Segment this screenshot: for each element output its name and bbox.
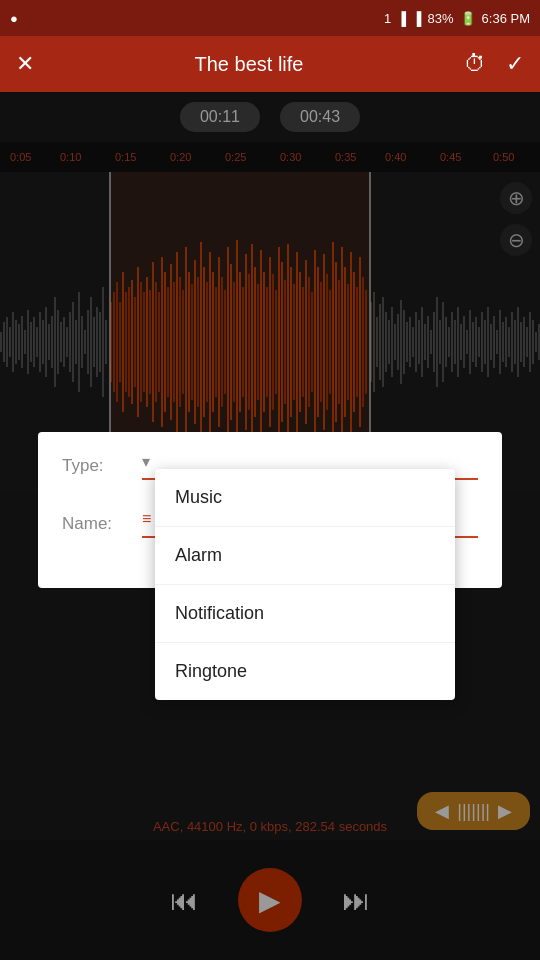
top-bar: ✕ The best life ⏱ ✓ [0,36,540,92]
dropdown-item-alarm[interactable]: Alarm [155,527,455,585]
dropdown-item-notification[interactable]: Notification [155,585,455,643]
confirm-button[interactable]: ✓ [506,51,524,77]
sim-slot: 1 [384,11,391,26]
name-label: Name: [62,514,142,534]
dropdown-item-music[interactable]: Music [155,469,455,527]
dropdown-arrow-icon: ▾ [142,453,150,470]
signal-icon: ▐ [397,11,406,26]
edit-lines-icon: ≡ [142,510,151,527]
close-button[interactable]: ✕ [16,51,34,77]
status-bar: ● 1 ▐ ▐ 83% 🔋 6:36 PM [0,0,540,36]
status-left: ● [10,11,18,26]
battery-level: 83% [428,11,454,26]
main-content: 00:11 00:43 0:05 0:10 0:15 0:20 0:25 0:3… [0,92,540,960]
page-title: The best life [195,53,304,76]
status-right: 1 ▐ ▐ 83% 🔋 6:36 PM [384,11,530,26]
signal-icon-2: ▐ [412,11,421,26]
type-dropdown: Music Alarm Notification Ringtone [155,469,455,700]
history-button[interactable]: ⏱ [464,51,486,77]
type-label: Type: [62,456,142,476]
clock: 6:36 PM [482,11,530,26]
sim-icon: ● [10,11,18,26]
battery-icon: 🔋 [460,11,476,26]
dropdown-item-ringtone[interactable]: Ringtone [155,643,455,700]
